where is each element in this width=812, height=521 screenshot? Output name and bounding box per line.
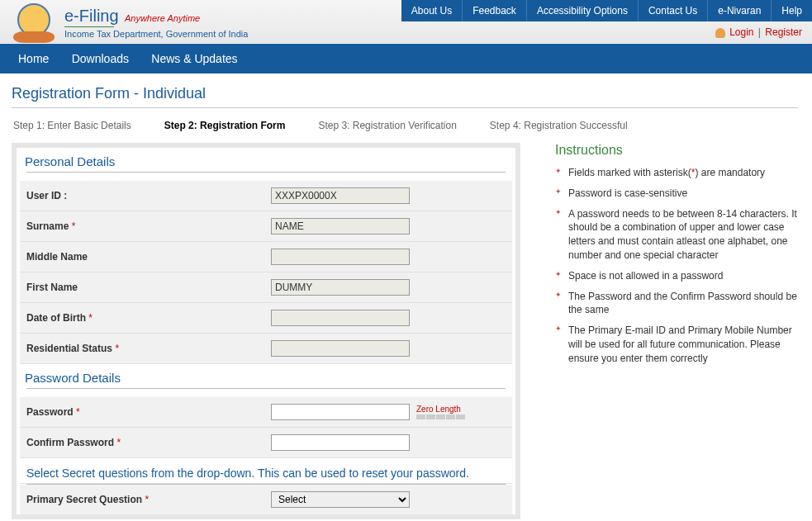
nav-about[interactable]: About Us [401, 0, 463, 21]
wizard-steps: Step 1: Enter Basic Details Step 2: Regi… [12, 116, 812, 143]
nav-home[interactable]: Home [8, 44, 59, 73]
confirm-label: Confirm Password [26, 437, 114, 448]
instruction-item: A password needs to be between 8-14 char… [555, 207, 803, 269]
step-1: Step 1: Enter Basic Details [13, 120, 131, 131]
emblem-logo [13, 3, 55, 41]
nav-news[interactable]: News & Updates [141, 44, 247, 73]
surname-field [271, 218, 410, 234]
user-icon [715, 28, 725, 38]
top-nav: About Us Feedback Accessibility Options … [401, 0, 812, 21]
nav-contact[interactable]: Contact Us [639, 0, 708, 21]
separator: | [758, 26, 761, 38]
user-id-field [271, 187, 410, 204]
first-label: First Name [26, 282, 271, 293]
brand-main: e-Filing [64, 7, 119, 25]
page-title: Registration Form - Individual [12, 85, 798, 108]
nav-help[interactable]: Help [772, 0, 812, 21]
dob-label: Date of Birth [26, 312, 86, 324]
register-link[interactable]: Register [765, 26, 802, 38]
login-link[interactable]: Login [729, 26, 753, 38]
main-nav: Home Downloads News & Updates [0, 43, 812, 73]
first-field [271, 279, 410, 296]
instruction-item: Space is not allowed in a password [555, 269, 803, 290]
step-3: Step 3: Registration Verification [318, 120, 456, 131]
instructions-title: Instructions [555, 143, 803, 158]
secret-q-label: Primary Secret Question [26, 494, 142, 505]
secret-note: Select Secret questions from the drop-do… [20, 458, 512, 484]
res-label: Residential Status [26, 343, 112, 354]
dob-field [271, 310, 410, 326]
instruction-item: Password is case-sensitive [555, 187, 803, 207]
step-4: Step 4: Registration Successful [490, 120, 628, 131]
instruction-item: The Password and the Confirm Password sh… [555, 290, 803, 324]
res-field [271, 340, 410, 357]
nav-accessibility[interactable]: Accessibility Options [527, 0, 639, 21]
nav-feedback[interactable]: Feedback [463, 0, 527, 21]
password-field[interactable] [271, 404, 410, 420]
step-2: Step 2: Registration Form [164, 120, 286, 131]
brand-tagline: Anywhere Anytime [125, 13, 200, 23]
brand-sub: Income Tax Department, Government of Ind… [64, 29, 248, 39]
strength-label: Zero Length [416, 405, 465, 414]
instruction-item: The Primary E-mail ID and Primary Mobile… [555, 324, 803, 372]
user-id-label: User ID : [26, 190, 271, 201]
password-label: Password [26, 406, 74, 418]
secret-q-select[interactable]: Select [271, 491, 410, 508]
instruction-item: Fields marked with asterisk(*) are manda… [555, 166, 803, 187]
confirm-field[interactable] [271, 434, 410, 451]
password-legend: Password Details [20, 369, 512, 388]
surname-label: Surname [26, 220, 69, 232]
middle-label: Middle Name [26, 251, 271, 263]
registration-form: Personal Details User ID : Surname * Mid… [12, 143, 520, 519]
nav-enivaran[interactable]: e-Nivaran [708, 0, 772, 21]
middle-field [271, 249, 410, 265]
login-row: Login | Register [715, 21, 812, 38]
password-strength: Zero Length [416, 405, 465, 419]
personal-legend: Personal Details [20, 153, 512, 172]
nav-downloads[interactable]: Downloads [62, 44, 139, 73]
strength-bar [416, 414, 465, 419]
instructions-panel: Instructions Fields marked with asterisk… [555, 143, 803, 519]
logo-area: e-Filing Anywhere Anytime Income Tax Dep… [0, 0, 261, 45]
